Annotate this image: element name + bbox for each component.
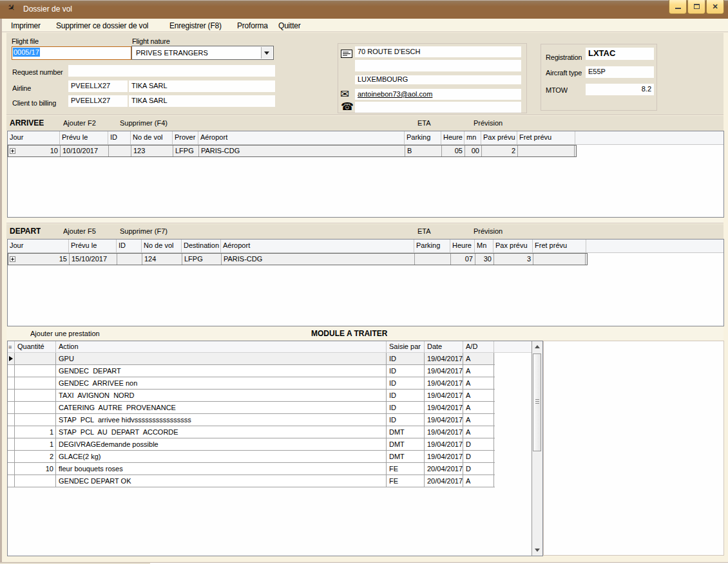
row-selector-header: ≡: [8, 341, 15, 352]
module-table-row[interactable]: CATERING AUTRE PROVENANCEID19/04/2017A: [8, 402, 495, 414]
phone-icon: ☎: [341, 102, 354, 111]
registration-input[interactable]: LXTAC: [586, 48, 654, 60]
arrivee-bar: [6, 116, 723, 131]
depart-add-button[interactable]: Ajouter F5: [63, 224, 96, 239]
arrivee-col-fret[interactable]: Fret prévu: [517, 131, 575, 144]
module-table-row[interactable]: GENDEC DEPARTID19/04/2017A: [8, 365, 495, 377]
module-col-ad[interactable]: A/D: [463, 341, 494, 352]
depart-row[interactable]: 15 15/10/2017 124 LFPG PARIS-CDG 07 30 3: [8, 253, 588, 265]
arrivee-col-heure[interactable]: Heure: [441, 131, 465, 144]
menu-supprimer-dossier[interactable]: Supprimer ce dossier de vol: [56, 19, 148, 32]
depart-col-jour[interactable]: Jour: [8, 240, 69, 252]
module-col-saisie[interactable]: Saisie par: [387, 341, 425, 352]
arrivee-col-prover[interactable]: Prover: [173, 131, 198, 144]
arrivee-col-id[interactable]: ID: [108, 131, 131, 144]
module-table-row[interactable]: GPUID19/04/2017A: [8, 353, 495, 365]
depart-col-pax[interactable]: Pax prévu: [493, 240, 533, 252]
arrivee-col-pax[interactable]: Pax prévu: [481, 131, 517, 144]
module-grid: ≡ Quantité Action Saisie par Date A/D GP…: [7, 341, 543, 556]
expand-icon[interactable]: [10, 256, 15, 262]
address-line2-input[interactable]: [355, 60, 521, 71]
module-table-row[interactable]: 2GLACE(2 kg)DMT19/04/2017D: [8, 451, 495, 463]
arrivee-remove-button[interactable]: Supprimer (F4): [120, 116, 168, 131]
flight-file-input[interactable]: 0005/17: [12, 46, 131, 60]
depart-col-id[interactable]: ID: [117, 240, 142, 252]
depart-col-aeroport[interactable]: Aéroport: [221, 240, 414, 252]
airline-label: Airline: [12, 84, 31, 93]
depart-eta-label: ETA: [417, 224, 431, 239]
depart-col-prevu[interactable]: Prévu le: [69, 240, 117, 252]
email-input[interactable]: antoinebon73@aol.com: [355, 89, 521, 100]
module-table-row[interactable]: GENDEC ARRIVEE nonID19/04/2017A: [8, 377, 495, 390]
module-rows: GPUID19/04/2017AGENDEC DEPARTID19/04/201…: [8, 353, 542, 487]
address-line1-input[interactable]: 70 ROUTE D'ESCH: [355, 46, 521, 57]
phone-input[interactable]: [355, 102, 521, 113]
mtow-label: MTOW: [546, 86, 568, 95]
mtow-input[interactable]: 8.2: [586, 84, 654, 95]
aircraft-type-input[interactable]: E55P: [586, 66, 654, 78]
depart-remove-button[interactable]: Supprimer (F7): [120, 224, 168, 239]
depart-header-row: Jour Prévu le ID No de vol Destination A…: [8, 240, 723, 253]
expand-icon[interactable]: [10, 148, 15, 154]
close-button[interactable]: ✕: [706, 0, 724, 14]
notes-panel: [543, 341, 724, 556]
depart-bar: [6, 224, 723, 239]
title-bar: [0, 0, 728, 19]
depart-grid: Jour Prévu le ID No de vol Destination A…: [7, 239, 724, 326]
add-prestation-button[interactable]: Ajouter une prestation: [30, 327, 100, 340]
flight-nature-dropdown-button[interactable]: [261, 47, 273, 59]
menu-proforma[interactable]: Proforma: [237, 19, 268, 32]
arrivee-col-prevu[interactable]: Prévu le: [60, 131, 108, 144]
request-number-input[interactable]: [68, 65, 275, 77]
scroll-thumb[interactable]: [533, 353, 541, 451]
registration-label: Registration: [546, 53, 582, 62]
arrivee-row[interactable]: 10 10/10/2017 123 LFPG PARIS-CDG B 05 00…: [8, 145, 577, 157]
maximize-icon: [694, 4, 700, 9]
client-code-input[interactable]: PVEELLX27: [68, 95, 128, 107]
depart-col-novol[interactable]: No de vol: [142, 240, 182, 252]
scroll-up-icon[interactable]: [535, 345, 540, 348]
arrivee-prevision-label: Prévision: [474, 116, 503, 131]
arrivee-add-button[interactable]: Ajouter F2: [63, 116, 96, 131]
menu-enregistrer[interactable]: Enregistrer (F8): [169, 19, 222, 32]
depart-col-parking[interactable]: Parking: [414, 240, 450, 252]
depart-prevision-label: Prévision: [474, 224, 503, 239]
title-bar-edge: [0, 0, 728, 1]
arrivee-col-parking[interactable]: Parking: [405, 131, 441, 144]
module-table-row[interactable]: STAP PCL arrivee hidvssssssssssssssssID1…: [8, 414, 495, 426]
module-table-row[interactable]: GENDEC DEPART OKFE20/04/2017A: [8, 475, 495, 487]
address-city-input[interactable]: LUXEMBOURG: [355, 75, 521, 84]
email-icon: ✉: [340, 89, 349, 99]
arrivee-col-mn[interactable]: mn: [465, 131, 481, 144]
module-col-quantite[interactable]: Quantité: [15, 341, 56, 352]
arrivee-col-jour[interactable]: Jour: [8, 131, 60, 144]
scroll-down-icon[interactable]: [535, 549, 540, 552]
module-table-row[interactable]: TAXI AVIGNON NORDID19/04/2017A: [8, 390, 495, 402]
airline-code-input[interactable]: PVEELLX27: [68, 80, 128, 92]
minimize-button[interactable]: [669, 0, 687, 14]
menu-imprimer[interactable]: Imprimer: [11, 19, 41, 32]
depart-col-heure[interactable]: Heure: [450, 240, 475, 252]
current-row-icon: [9, 356, 13, 361]
arrivee-col-novol[interactable]: No de vol: [131, 131, 173, 144]
flight-nature-label: Flight nature: [132, 37, 170, 46]
arrivee-col-aeroport[interactable]: Aéroport: [198, 131, 405, 144]
module-table-row[interactable]: 1DEGIVRAGEdemande possibleDMT19/04/2017D: [8, 438, 495, 451]
menu-quitter[interactable]: Quitter: [278, 19, 301, 32]
module-col-action[interactable]: Action: [56, 341, 387, 352]
aircraft-type-label: Aircraft type: [546, 69, 582, 77]
arrivee-header-row: Jour Prévu le ID No de vol Prover Aéropo…: [8, 131, 723, 145]
module-table-row[interactable]: 1STAP PCL AU DEPART ACCORDEDMT19/04/2017…: [8, 426, 495, 438]
window-left-edge: [0, 19, 2, 563]
depart-col-mn[interactable]: Mn: [475, 240, 493, 252]
depart-col-destination[interactable]: Destination: [182, 240, 221, 252]
depart-col-fret[interactable]: Fret prévu: [533, 240, 586, 252]
module-col-date[interactable]: Date: [425, 341, 463, 352]
arrivee-grid: Jour Prévu le ID No de vol Prover Aéropo…: [7, 131, 724, 218]
maximize-button[interactable]: [687, 0, 705, 14]
flight-nature-select[interactable]: PRIVES ETRANGERS: [131, 46, 274, 60]
client-name-input[interactable]: TIKA SARL: [129, 95, 275, 107]
module-table-row[interactable]: 10fleur bouquets rosesFE20/04/2017D: [8, 463, 495, 475]
module-scrollbar[interactable]: [532, 341, 542, 556]
airline-name-input[interactable]: TIKA SARL: [129, 80, 275, 92]
